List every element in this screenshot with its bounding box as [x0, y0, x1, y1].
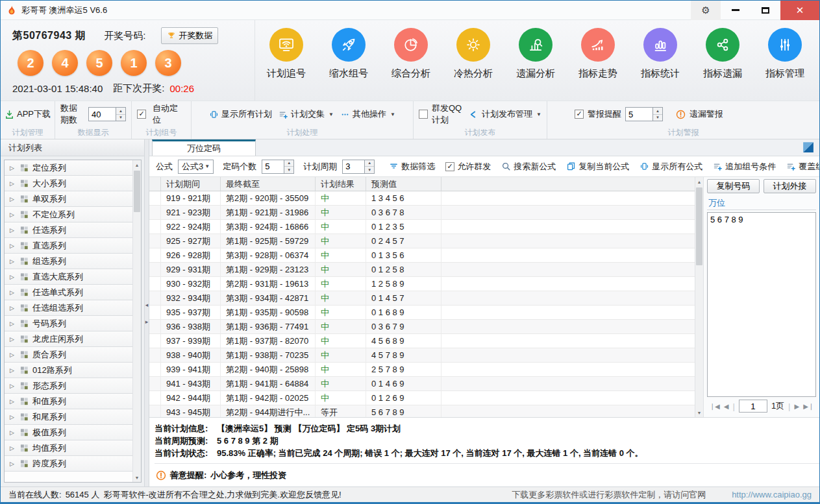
allow-group-send-checkbox[interactable] [445, 162, 454, 171]
nav-chartsearch-button[interactable]: 遗漏分析 [504, 28, 567, 80]
table-row[interactable]: 936 - 938期第1期 - 936期 - 77491中0 3 6 7 9 [149, 320, 695, 334]
cycle-input[interactable] [342, 160, 364, 174]
show-all-plans-button[interactable]: 显示所有计划 [209, 108, 272, 120]
nav-rocket-button[interactable]: 缩水组号 [317, 28, 380, 80]
expand-arrow-icon[interactable]: ▷ [10, 258, 16, 265]
expand-arrow-icon[interactable]: ▷ [10, 414, 16, 420]
minimize-button[interactable] [721, 1, 751, 20]
table-row[interactable]: 926 - 928期第3期 - 928期 - 06374中0 1 3 5 6 [149, 248, 695, 263]
numbers-textarea[interactable]: 5 6 7 8 9 [707, 212, 816, 397]
sidebar-item-series[interactable]: ▷任选系列 [5, 222, 132, 238]
scroll-up-icon[interactable]: ▲ [133, 160, 141, 169]
table-scrollbar[interactable]: ▲ ▼ [695, 177, 703, 417]
draw-data-button[interactable]: 开奖数据 [161, 27, 218, 44]
nav-pie-button[interactable]: 综合分析 [380, 28, 442, 80]
maximize-button[interactable] [751, 1, 780, 20]
scroll-up-icon[interactable]: ▲ [695, 177, 703, 186]
alert-remind-checkbox[interactable] [575, 110, 584, 119]
sidebar-item-series[interactable]: ▷直选系列 [5, 238, 132, 254]
nav-sun-button[interactable]: 冷热分析 [442, 28, 504, 80]
sidebar-item-series[interactable]: ▷号码系列 [5, 316, 132, 331]
page-input[interactable] [739, 400, 767, 413]
sidebar-item-series[interactable]: ▷跨度系列 [5, 456, 132, 472]
table-row[interactable]: 929 - 931期第1期 - 929期 - 23123中0 1 2 5 8 [149, 263, 695, 277]
plan-external-button[interactable]: 计划外接 [764, 179, 816, 193]
sidebar-item-series[interactable]: ▷任选组选系列 [5, 300, 132, 316]
table-row[interactable]: 943 - 945期第2期 - 944期进行中...等开5 6 7 8 9 [149, 405, 695, 417]
expand-arrow-icon[interactable]: ▷ [10, 305, 16, 311]
formula-select[interactable]: 公式3 ▼ [178, 160, 214, 174]
table-row[interactable]: 922 - 924期第3期 - 924期 - 16866中0 1 2 3 5 [149, 220, 695, 234]
expand-arrow-icon[interactable]: ▷ [10, 398, 16, 405]
spinner-arrows[interactable]: ▲▼ [364, 160, 375, 174]
table-row[interactable]: 937 - 939期第1期 - 937期 - 82070中4 5 6 8 9 [149, 334, 695, 348]
sidebar-splitter[interactable]: ◂ ▸ [145, 139, 149, 486]
sidebar-item-series[interactable]: ▷直选大底系列 [5, 269, 132, 285]
show-all-formula-button[interactable]: 显示所有公式 [640, 161, 702, 173]
expand-arrow-icon[interactable]: ▷ [10, 243, 16, 249]
expand-arrow-icon[interactable]: ▷ [10, 180, 16, 187]
alert-input[interactable] [625, 107, 652, 121]
tab-wanwei-dingma[interactable]: 万位定码 [152, 139, 256, 156]
sidebar-item-series[interactable]: ▷单双系列 [5, 191, 132, 207]
scroll-down-icon[interactable]: ▼ [133, 473, 141, 482]
first-page-icon[interactable]: ❘◀ [710, 403, 720, 410]
table-row[interactable]: 942 - 944期第1期 - 942期 - 02025中0 1 2 6 9 [149, 391, 695, 405]
table-row[interactable]: 935 - 937期第1期 - 935期 - 90598中0 1 6 8 9 [149, 306, 695, 320]
plan-intersect-button[interactable]: 计划交集 ▼ [279, 108, 334, 120]
expand-arrow-icon[interactable]: ▷ [10, 227, 16, 234]
sidebar-item-series[interactable]: ▷大小系列 [5, 176, 132, 191]
app-download-button[interactable]: APP下载 [5, 108, 51, 120]
sidebar-item-series[interactable]: ▷012路系列 [5, 363, 132, 378]
sidebar-item-series[interactable]: ▷定位系列 [5, 160, 132, 176]
nav-share-button[interactable]: 指标遗漏 [691, 28, 754, 80]
nav-sliders-button[interactable]: 指标管理 [754, 28, 816, 80]
auto-position-checkbox[interactable] [137, 110, 146, 119]
expand-arrow-icon[interactable]: ▷ [10, 211, 16, 218]
sidebar-item-series[interactable]: ▷组选系列 [5, 254, 132, 269]
column-header-result[interactable]: 计划结果 [316, 177, 366, 191]
other-operations-button[interactable]: 其他操作 ▼ [340, 108, 395, 120]
prev-page-icon[interactable]: ◀ [724, 403, 729, 410]
settings-gear-icon[interactable]: ⚙ [691, 1, 721, 20]
expand-arrow-icon[interactable]: ▷ [10, 367, 16, 374]
expand-arrow-icon[interactable]: ▷ [10, 336, 16, 342]
publish-manage-button[interactable]: 计划发布管理 ▼ [482, 108, 541, 120]
sidebar-item-series[interactable]: ▷质合系列 [5, 347, 132, 363]
column-header-end[interactable]: 最终截至 [221, 177, 316, 191]
spinner-arrows[interactable]: ▲▼ [284, 160, 294, 174]
sidebar-item-series[interactable]: ▷和尾系列 [5, 409, 132, 425]
copy-numbers-button[interactable]: 复制号码 [707, 179, 760, 193]
close-button[interactable]: ✕ [780, 1, 819, 20]
table-row[interactable]: 921 - 923期第1期 - 921期 - 31986中0 3 6 7 8 [149, 206, 695, 220]
expand-arrow-icon[interactable]: ▷ [10, 289, 16, 296]
sidebar-item-series[interactable]: ▷极值系列 [5, 425, 132, 440]
sidebar-scrollbar[interactable]: ▲ ▼ [132, 160, 141, 482]
expand-arrow-icon[interactable]: ▷ [10, 196, 16, 202]
expand-arrow-icon[interactable]: ▷ [10, 320, 16, 327]
table-row[interactable]: 932 - 934期第3期 - 934期 - 42871中0 1 4 5 7 [149, 291, 695, 306]
table-row[interactable]: 939 - 941期第2期 - 940期 - 25898中2 5 7 8 9 [149, 363, 695, 377]
table-row[interactable]: 925 - 927期第1期 - 925期 - 59729中0 2 4 5 7 [149, 234, 695, 248]
sidebar-item-series[interactable]: ▷和值系列 [5, 394, 132, 409]
scroll-down-icon[interactable]: ▼ [695, 408, 703, 417]
qq-send-checkbox[interactable] [419, 110, 428, 119]
column-header-period[interactable]: 计划期间 [161, 177, 221, 191]
expand-arrow-icon[interactable]: ▷ [10, 165, 16, 171]
sidebar-item-series[interactable]: ▷任选单式系列 [5, 285, 132, 300]
nav-monitor-button[interactable]: 计划追号 [255, 28, 317, 80]
sidebar-item-series[interactable]: ▷不定位系列 [5, 207, 132, 222]
expand-arrow-icon[interactable]: ▷ [10, 461, 16, 467]
expand-arrow-icon[interactable]: ▷ [10, 429, 16, 436]
column-header-predict[interactable]: 预测值 [366, 177, 441, 191]
expand-arrow-icon[interactable]: ▷ [10, 445, 16, 451]
collapse-left-icon[interactable]: ◂ [145, 302, 149, 308]
official-site-link[interactable]: http://www.caipiao.gg [732, 490, 812, 499]
code-count-input[interactable] [262, 160, 284, 174]
expand-arrow-icon[interactable]: ▷ [10, 383, 16, 389]
last-page-icon[interactable]: ▶❘ [803, 403, 814, 410]
collapse-right-icon[interactable]: ▸ [145, 318, 149, 325]
scrollbar-thumb[interactable] [134, 171, 140, 212]
spinner-arrows[interactable]: ▲▼ [652, 107, 663, 121]
nav-trend-button[interactable]: 指标走势 [567, 28, 629, 80]
